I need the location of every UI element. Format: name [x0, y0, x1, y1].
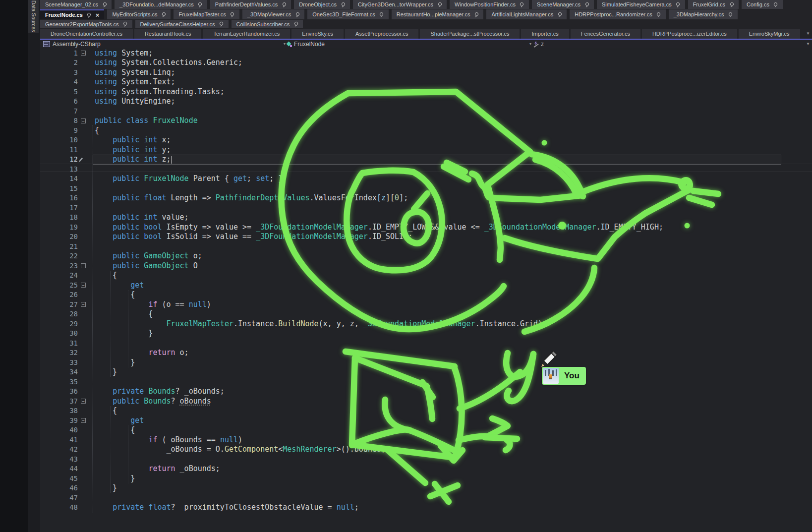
fold-collapse-icon[interactable]: −: [81, 399, 86, 404]
tab-myeditorscripts-cs[interactable]: MyEditorScripts.cs: [107, 9, 171, 19]
tab--3dfoundatio-delmanager-cs[interactable]: _3DFoundatio...delManager.cs: [115, 0, 207, 9]
pin-icon[interactable]: [161, 12, 166, 17]
fold-collapse-icon[interactable]: −: [81, 418, 86, 423]
code-line-4[interactable]: 4using System.Text;: [40, 77, 812, 87]
tab-deliverysurfaceclasshelper-cs[interactable]: DeliverySurfaceClassHelper.cs: [135, 20, 229, 28]
code-line-12[interactable]: 12 public int z;: [40, 155, 812, 165]
code-line-23[interactable]: 23− public GameObject O: [40, 261, 812, 271]
code-line-47[interactable]: 47: [40, 493, 812, 503]
code-line-25[interactable]: 25− get: [40, 281, 812, 291]
pin-icon[interactable]: [520, 2, 524, 7]
code-line-38[interactable]: 38 {: [40, 406, 812, 416]
tab-fruxelmaptester-cs[interactable]: FruxelMapTester.cs: [174, 9, 239, 19]
code-line-13[interactable]: 13: [40, 165, 812, 175]
code-line-28[interactable]: 28 {: [40, 309, 812, 319]
tab-collisionsubscriber-cs[interactable]: CollisionSubscriber.cs: [232, 20, 303, 28]
code-line-42[interactable]: 42 _oBounds = O.GetComponent<MeshRendere…: [40, 445, 812, 455]
code-line-20[interactable]: 20 public bool IsSolid => value == _3DFo…: [40, 232, 812, 242]
fold-collapse-icon[interactable]: −: [81, 263, 86, 268]
code-line-9[interactable]: 9{: [40, 126, 812, 136]
code-line-36[interactable]: 36 private Bounds? _oBounds;: [40, 387, 812, 397]
code-line-11[interactable]: 11 public int y;: [40, 145, 812, 155]
pin-icon[interactable]: [282, 2, 286, 7]
chevron-down-icon[interactable]: ▾: [529, 42, 531, 46]
tab-restaurantho-plemanager-cs[interactable]: RestaurantHo...pleManager.cs: [392, 9, 484, 19]
code-line-21[interactable]: 21: [40, 242, 812, 252]
code-line-34[interactable]: 34 }: [40, 367, 812, 377]
pin-icon[interactable]: [295, 12, 299, 17]
code-line-41[interactable]: 41 if (_oBounds == null): [40, 435, 812, 445]
pin-icon[interactable]: [230, 12, 234, 17]
tab-artificiallightsmanager-cs[interactable]: ArtificialLightsManager.cs: [486, 9, 567, 19]
code-line-48[interactable]: 48 private float? proximityToClosestObst…: [40, 503, 812, 513]
tab--3dmaphierarchy-cs[interactable]: _3DMapHierarchy.cs: [669, 9, 738, 19]
code-line-40[interactable]: 40 {: [40, 425, 812, 435]
breadcrumb-member[interactable]: z: [533, 41, 544, 48]
tab-hdrppostproce-izereditor-cs[interactable]: HDRPPostproce...izerEditor.cs: [642, 29, 737, 39]
code-line-16[interactable]: 16 public float Length => PathfinderDept…: [40, 193, 812, 203]
code-line-30[interactable]: 30 }: [40, 329, 812, 339]
pin-icon[interactable]: [198, 2, 202, 7]
pin-icon[interactable]: [729, 2, 734, 7]
code-line-32[interactable]: 32 return o;: [40, 348, 812, 358]
tab-terrainlayerrandomizer-cs[interactable]: TerrainLayerRandomizer.cs: [203, 29, 290, 39]
pin-icon[interactable]: [728, 12, 733, 17]
code-line-15[interactable]: 15: [40, 184, 812, 194]
pin-icon[interactable]: [123, 22, 127, 27]
code-line-45[interactable]: 45 }: [40, 474, 812, 484]
tab-droneorientationcontroller-cs[interactable]: DroneOrientationController.cs: [40, 29, 133, 39]
code-line-33[interactable]: 33 }: [40, 358, 812, 368]
tab-pathfinderdepthvalues-cs[interactable]: PathfinderDepthValues.cs: [210, 0, 291, 9]
code-line-39[interactable]: 39− get: [40, 416, 812, 426]
code-line-22[interactable]: 22 public GameObject o;: [40, 251, 812, 261]
code-line-26[interactable]: 26 {: [40, 290, 812, 300]
tab-droneobject-cs[interactable]: DroneObject.cs: [294, 0, 350, 9]
fold-collapse-icon[interactable]: −: [81, 51, 86, 56]
pin-icon[interactable]: [102, 2, 107, 7]
code-line-6[interactable]: 6using UnityEngine;: [40, 97, 812, 107]
pin-icon[interactable]: [379, 12, 384, 17]
tab--3dmapviewer-cs[interactable]: _3DMapViewer.cs: [242, 9, 304, 19]
code-line-46[interactable]: 46 }: [40, 483, 812, 493]
code-line-2[interactable]: 2using System.Collections.Generic;: [40, 58, 812, 68]
breadcrumb-project[interactable]: Assembly-CSharp: [43, 41, 101, 48]
tab-onesec3d-fileformat-cs[interactable]: OneSec3D_FileFormat.cs: [307, 9, 389, 19]
code-line-1[interactable]: 1−using System;: [40, 49, 812, 59]
breadcrumb-overflow-icon[interactable]: ▼: [806, 42, 810, 46]
tab-envirosky-cs[interactable]: EnviroSky.cs: [291, 29, 344, 39]
breadcrumb-type[interactable]: FruxelNode: [287, 41, 325, 48]
pin-icon[interactable]: [219, 22, 224, 27]
chevron-down-icon[interactable]: ▾: [284, 42, 286, 46]
pin-icon[interactable]: [437, 2, 442, 7]
code-editor[interactable]: 1−using System;2using System.Collections…: [40, 48, 812, 532]
code-line-19[interactable]: 19 public bool IsEmpty => value >= _3DFo…: [40, 223, 812, 233]
code-line-5[interactable]: 5using System.Threading.Tasks;: [40, 87, 812, 97]
sidebar-item-data-sources[interactable]: Data Sources: [28, 0, 39, 33]
tab-fruxelgrid-cs[interactable]: FruxelGrid.cs: [688, 0, 739, 9]
pin-icon[interactable]: [773, 2, 778, 7]
code-line-35[interactable]: 35: [40, 377, 812, 387]
pin-icon[interactable]: [676, 2, 680, 7]
code-line-10[interactable]: 10 public int x;: [40, 135, 812, 145]
code-line-29[interactable]: 29 FruxelMapTester.Instance.BuildNode(x,…: [40, 319, 812, 329]
pin-icon[interactable]: [293, 22, 298, 27]
fold-collapse-icon[interactable]: −: [81, 118, 86, 123]
tab-config-cs[interactable]: Config.cs: [742, 0, 783, 9]
tab-restauranthook-cs[interactable]: RestaurantHook.cs: [134, 29, 202, 39]
close-icon[interactable]: ×: [96, 12, 100, 18]
code-line-18[interactable]: 18 public int value;: [40, 213, 812, 223]
tab-shaderpackage-stprocessor-cs[interactable]: ShaderPackage...stProcessor.cs: [420, 29, 520, 39]
pin-icon[interactable]: [87, 12, 91, 17]
pin-icon[interactable]: [557, 12, 562, 17]
code-line-43[interactable]: 43: [40, 455, 812, 465]
tab-enviroskymgr-cs[interactable]: EnviroSkyMgr.cs: [739, 29, 800, 39]
code-line-17[interactable]: 17: [40, 203, 812, 213]
pin-icon[interactable]: [656, 12, 661, 17]
code-line-8[interactable]: 8−public class FruxelNode: [40, 116, 812, 126]
code-line-27[interactable]: 27− if (o == null): [40, 300, 812, 310]
code-line-24[interactable]: 24 {: [40, 271, 812, 281]
code-line-37[interactable]: 37− public Bounds? oBounds: [40, 397, 812, 407]
tab-windowpositionfinder-cs[interactable]: WindowPositionFinder.cs: [450, 0, 529, 9]
code-line-44[interactable]: 44 return _oBounds;: [40, 464, 812, 474]
code-line-3[interactable]: 3using System.Linq;: [40, 68, 812, 78]
